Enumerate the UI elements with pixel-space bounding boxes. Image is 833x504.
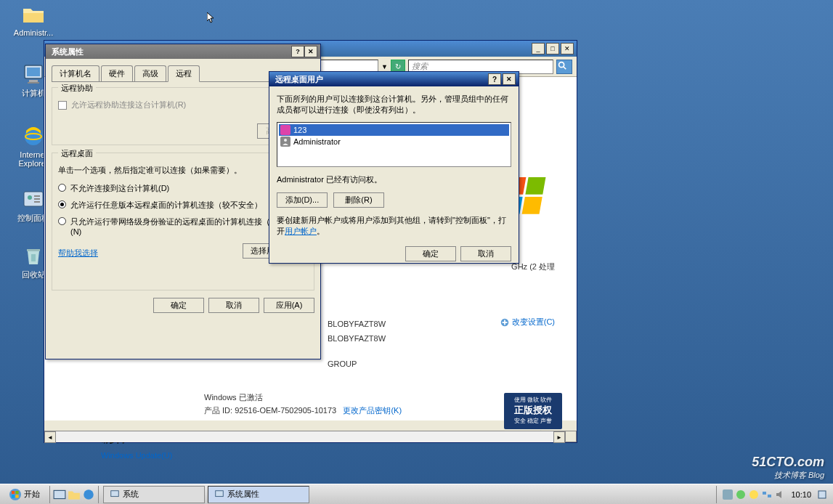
- svg-rect-24: [15, 491, 18, 494]
- svg-point-12: [559, 62, 564, 67]
- tab-computer-name[interactable]: 计算机名: [52, 65, 99, 81]
- taskbar: 开始 系统 系统属性 10:10: [0, 484, 833, 504]
- tray-icon[interactable]: [723, 489, 733, 500]
- list-item[interactable]: 123: [279, 124, 509, 136]
- tray-icon[interactable]: [749, 489, 759, 500]
- dialog-title: 系统属性: [49, 46, 291, 57]
- search-button[interactable]: [556, 60, 572, 74]
- svg-point-21: [284, 139, 287, 142]
- network-icon[interactable]: [762, 489, 772, 500]
- product-id: 产品 ID: 92516-OEM-7502905-10173 更改产品密钥(K): [204, 405, 402, 416]
- cancel-button[interactable]: 取消: [460, 246, 511, 261]
- help-button[interactable]: ?: [291, 46, 304, 57]
- svg-rect-17: [522, 197, 543, 214]
- svg-point-7: [28, 195, 32, 200]
- icon-label: Administr...: [12, 28, 55, 37]
- cancel-button[interactable]: 取消: [208, 298, 259, 313]
- group-title: 远程协助: [58, 83, 96, 94]
- radio-icon: [58, 217, 66, 225]
- user-icon: [280, 137, 290, 147]
- windows-update-link[interactable]: Windows Update(U): [101, 451, 172, 460]
- scrollbar-horizontal[interactable]: ◄ ►: [44, 431, 565, 442]
- svg-rect-9: [34, 198, 40, 200]
- svg-point-33: [749, 490, 758, 499]
- resize-grip[interactable]: [565, 431, 577, 442]
- help-button[interactable]: ?: [488, 73, 501, 85]
- show-desktop-icon[interactable]: [53, 488, 66, 501]
- radio-icon: [58, 200, 66, 208]
- svg-rect-35: [768, 495, 771, 497]
- create-user-note: 要创建新用户帐户或将用户添加到其他组，请转到"控制面板"，打开用户帐户。: [277, 215, 511, 237]
- change-product-key-link[interactable]: 更改产品密钥(K): [343, 406, 402, 415]
- full-computer-name: BLOBYFAZT8W: [328, 334, 386, 343]
- computer-icon: [214, 489, 224, 500]
- tray-icon[interactable]: [736, 489, 746, 500]
- minimize-button[interactable]: _: [532, 43, 545, 54]
- users-listbox[interactable]: 123 Administrator: [277, 122, 511, 167]
- ie-icon[interactable]: [82, 488, 95, 501]
- svg-rect-29: [111, 490, 119, 496]
- computer-name: BLOBYFAZT8W: [328, 320, 386, 328]
- svg-rect-36: [818, 491, 826, 498]
- checkbox-icon: [58, 101, 67, 110]
- computer-icon: [22, 62, 45, 86]
- scroll-right-button[interactable]: ►: [553, 431, 565, 443]
- remove-button[interactable]: 删除(R): [333, 192, 384, 208]
- explorer-icon[interactable]: [68, 488, 81, 501]
- ok-button[interactable]: 确定: [153, 298, 204, 313]
- svg-rect-30: [216, 490, 224, 496]
- user-icon: [280, 125, 290, 135]
- folder-icon: [22, 3, 45, 26]
- svg-rect-10: [34, 201, 40, 203]
- tab-remote[interactable]: 远程: [168, 65, 200, 82]
- start-button[interactable]: 开始: [1, 486, 48, 503]
- clock[interactable]: 10:10: [788, 490, 814, 499]
- svg-rect-23: [12, 491, 15, 494]
- ok-button[interactable]: 确定: [405, 246, 456, 261]
- remote-users-dialog: 远程桌面用户 ? ✕ 下面所列的用户可以连接到这台计算机。另外，管理员组中的任何…: [269, 71, 519, 264]
- dialog-buttons: 确定 取消 应用(A): [52, 298, 314, 313]
- windows-logo-icon: [9, 489, 21, 500]
- svg-rect-31: [723, 489, 733, 500]
- tab-advanced[interactable]: 高级: [134, 65, 166, 81]
- list-item[interactable]: Administrator: [279, 136, 509, 147]
- genuine-badge: 使用 微软 软件 正版授权 安全 稳定 声誉: [504, 393, 562, 429]
- svg-rect-3: [28, 82, 39, 84]
- remote-users-titlebar[interactable]: 远程桌面用户 ? ✕: [269, 72, 519, 86]
- scroll-left-button[interactable]: ◄: [44, 431, 56, 443]
- desktop-icon-admin[interactable]: Administr...: [12, 3, 55, 37]
- svg-rect-20: [502, 322, 507, 323]
- scroll-track[interactable]: [56, 431, 553, 442]
- tab-hardware[interactable]: 硬件: [101, 65, 133, 81]
- svg-point-32: [736, 490, 745, 499]
- tray-icon[interactable]: [817, 489, 827, 500]
- cursor-icon: [207, 12, 216, 24]
- svg-rect-26: [15, 495, 18, 497]
- maximize-button[interactable]: □: [546, 43, 559, 54]
- svg-rect-25: [12, 495, 15, 497]
- help-choose-link[interactable]: 帮助我选择: [58, 248, 98, 259]
- computer-icon: [110, 489, 120, 500]
- close-button[interactable]: ✕: [561, 43, 574, 54]
- close-button[interactable]: ✕: [304, 46, 317, 57]
- dropdown-icon[interactable]: ▼: [381, 63, 388, 70]
- access-status: Administrator 已经有访问权。: [277, 174, 511, 185]
- svg-rect-2: [29, 80, 38, 82]
- add-button[interactable]: 添加(D)...: [277, 192, 328, 208]
- volume-icon[interactable]: [775, 489, 785, 500]
- apply-button[interactable]: 应用(A): [264, 298, 314, 313]
- change-settings-link[interactable]: 改变设置(C): [500, 317, 555, 328]
- dialog-title: 远程桌面用户: [272, 74, 488, 85]
- system-tray: 10:10: [716, 486, 833, 503]
- svg-rect-11: [27, 249, 40, 251]
- group-title: 远程桌面: [58, 148, 96, 159]
- svg-rect-15: [525, 177, 545, 195]
- taskbar-item-sysprops[interactable]: 系统属性: [208, 486, 309, 503]
- sysprops-titlebar[interactable]: 系统属性 ? ✕: [46, 44, 320, 59]
- close-button[interactable]: ✕: [503, 73, 516, 85]
- user-accounts-link[interactable]: 用户帐户: [285, 227, 317, 235]
- taskbar-item-system[interactable]: 系统: [103, 486, 205, 503]
- workgroup: GROUP: [328, 359, 357, 368]
- radio-icon: [58, 184, 66, 192]
- svg-line-13: [564, 66, 566, 69]
